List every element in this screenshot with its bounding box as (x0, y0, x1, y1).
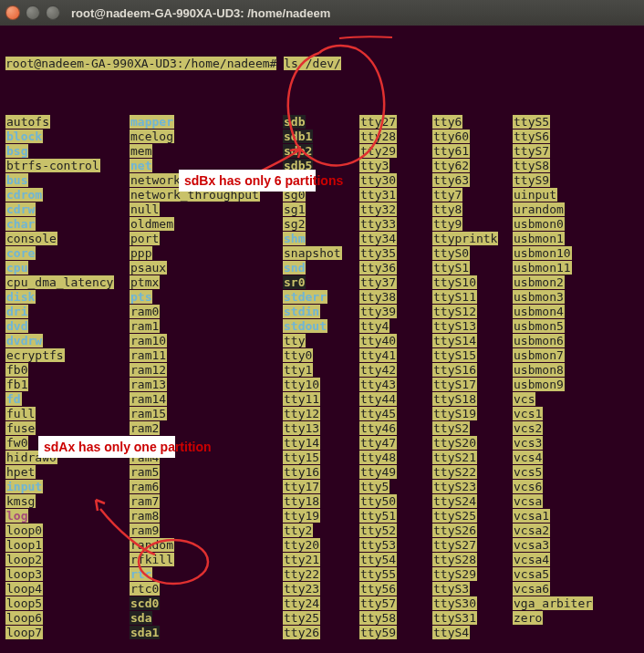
dev-entry: cdrom (5, 188, 43, 202)
list-item: snd (283, 261, 359, 275)
dev-entry: tty17 (283, 480, 320, 493)
list-item: ram11 (130, 348, 283, 363)
list-item: ram4 (130, 451, 283, 465)
dev-entry: ram0 (130, 305, 160, 318)
list-item: tty27 (359, 115, 432, 130)
dev-entry: hidraw0 (5, 451, 57, 464)
list-item: tty38 (359, 290, 432, 305)
dev-entry: disk (5, 290, 36, 304)
list-item: ram2 (130, 421, 283, 436)
dev-entry: input (5, 480, 43, 493)
list-item: ram10 (130, 334, 283, 348)
dev-entry: kmsg (5, 494, 36, 508)
dev-entry: fuse (5, 421, 36, 435)
ls-column: tty27tty28tty29tty3tty30tty31tty32tty33t… (359, 115, 432, 640)
list-item: tty59 (359, 626, 432, 640)
minimize-icon[interactable] (26, 5, 40, 20)
list-item: snapshot (283, 246, 359, 261)
dev-entry: vcs (513, 392, 535, 406)
list-item: cdrw (5, 202, 130, 217)
ls-column: tty6tty60tty61tty62tty63tty7tty8tty9ttyp… (432, 115, 513, 640)
list-item: ttyS24 (432, 494, 513, 509)
ls-column: sdbsdb1sdb2sdb5sdb6sg0sg1sg2shmsnapshots… (283, 115, 359, 640)
list-item: vcs (513, 392, 604, 407)
list-item: ttyS30 (432, 596, 513, 611)
list-item: ttyS21 (432, 451, 513, 465)
dev-entry: ttyS24 (432, 494, 477, 508)
dev-entry: tty52 (359, 523, 397, 537)
dev-entry: tty47 (359, 436, 397, 450)
list-item: ram15 (130, 407, 283, 421)
dev-entry: tty56 (359, 582, 397, 596)
dev-entry: usbmon0 (513, 217, 565, 231)
list-item: fd (5, 392, 130, 407)
list-item: kmsg (5, 494, 130, 509)
list-item: tty42 (359, 363, 432, 378)
maximize-icon[interactable] (46, 5, 60, 20)
dev-entry: vcs3 (513, 436, 543, 450)
list-item: pts (130, 290, 283, 305)
list-item: tty4 (359, 319, 432, 334)
dev-entry: ttyS26 (432, 523, 477, 537)
dev-entry: cdrw (5, 202, 36, 216)
dev-entry: hpet (5, 465, 36, 479)
list-item: tty62 (432, 159, 513, 173)
dev-entry: sdb1 (283, 130, 313, 143)
list-item: tty21 (283, 553, 359, 567)
list-item: hidraw0 (5, 451, 130, 465)
dev-entry: ttyS23 (432, 480, 477, 493)
list-item: ram14 (130, 392, 283, 407)
dev-entry: tty55 (359, 567, 397, 581)
list-item: sda (130, 611, 283, 626)
list-item: usbmon11 (513, 261, 604, 275)
dev-entry: ttyS11 (432, 290, 477, 304)
dev-entry: ttyS18 (432, 392, 477, 406)
list-item: vcs1 (513, 407, 604, 421)
list-item: ttyprintk (432, 232, 513, 246)
list-item: network_latency (130, 173, 283, 188)
dev-entry: console (5, 232, 57, 245)
list-item: tty15 (283, 451, 359, 465)
dev-entry: dri (5, 305, 28, 318)
dev-entry: usbmon3 (513, 290, 565, 304)
dev-entry: tty39 (359, 305, 397, 318)
list-item: sdb6 (283, 173, 359, 188)
dev-entry: ram9 (130, 523, 160, 537)
dev-entry: network_throughput (130, 188, 260, 202)
list-item: ttyS2 (432, 421, 513, 436)
list-item: rfkill (130, 553, 283, 567)
dev-entry: tty3 (359, 159, 390, 172)
dev-entry: snapshot (283, 246, 342, 260)
list-item: sdb5 (283, 159, 359, 173)
list-item: loop6 (5, 611, 130, 626)
dev-entry: ram14 (130, 392, 167, 406)
list-item: tty63 (432, 173, 513, 188)
dev-entry: ram12 (130, 363, 167, 377)
list-item: usbmon9 (513, 378, 604, 392)
dev-entry: loop6 (5, 611, 43, 625)
list-item: vcsa4 (513, 553, 604, 567)
dev-entry: ram11 (130, 348, 167, 362)
dev-entry: tty26 (283, 626, 320, 639)
list-item: tty30 (359, 173, 432, 188)
dev-entry: ecryptfs (5, 348, 65, 362)
list-item: tty3 (359, 159, 432, 173)
list-item: tty14 (283, 436, 359, 451)
dev-entry: tty28 (359, 130, 397, 143)
list-item: mem (130, 144, 283, 159)
close-icon[interactable] (5, 5, 20, 20)
terminal-body[interactable]: root@nadeem-GA-990XA-UD3:/home/nadeem# l… (0, 26, 644, 653)
list-item: loop0 (5, 523, 130, 538)
dev-entry: port (130, 232, 160, 245)
dev-entry: tty60 (432, 130, 470, 143)
list-item: ram12 (130, 363, 283, 378)
list-item: ttyS11 (432, 290, 513, 305)
dev-entry: vga_arbiter (513, 596, 593, 610)
list-item: null (130, 202, 283, 217)
dev-entry: stdin (283, 305, 320, 318)
dev-entry: ttyS21 (432, 451, 477, 464)
list-item: ttyS25 (432, 509, 513, 523)
dev-entry: vcsa4 (513, 553, 550, 566)
dev-entry: tty25 (283, 611, 320, 625)
dev-entry: tty59 (359, 626, 397, 639)
